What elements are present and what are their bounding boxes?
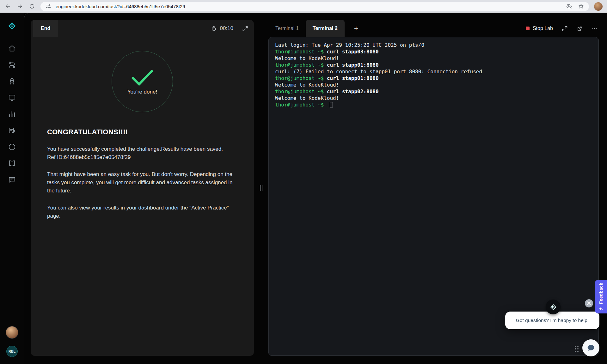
terminal-command-line: thor@jumphost ~$ curl stapp03:8080 [275, 48, 592, 55]
info-icon[interactable] [8, 143, 16, 151]
terminal-header: Terminal 1Terminal 2 + Stop Lab [268, 20, 599, 37]
browser-toolbar: engineer.kodekloud.com/task?id=64688eb5c… [0, 0, 607, 13]
kodekloud-logo[interactable] [6, 20, 18, 32]
learning-path-icon[interactable] [8, 61, 16, 69]
terminal-tab[interactable]: Terminal 2 [306, 20, 345, 37]
ref-id: Ref ID:64688eb5c1ff5e7e05478f29 [47, 154, 131, 160]
chat-close-button[interactable] [585, 299, 593, 307]
end-tab[interactable]: End [33, 20, 58, 37]
url-bar[interactable]: engineer.kodekloud.com/task?id=64688eb5c… [40, 2, 589, 11]
chat-launcher-button[interactable] [582, 339, 599, 356]
feedback-tab[interactable]: Feedback +. [595, 280, 607, 313]
home-icon[interactable] [8, 44, 16, 52]
result-paragraph-2: That might have been an easy task for yo… [47, 170, 237, 195]
widget-drag-handle[interactable] [575, 346, 579, 352]
stop-lab-button[interactable]: Stop Lab [526, 26, 553, 31]
support-chat-icon[interactable] [8, 176, 16, 184]
sidebar-nav [8, 44, 16, 184]
labs-monitor-icon[interactable] [8, 94, 16, 102]
result-body: You're done! CONGRATULATIONS!!!! You hav… [31, 37, 254, 356]
notes-icon[interactable] [8, 126, 16, 135]
terminal-output-line: Welcome to KodeKloud! [275, 55, 592, 62]
site-settings-icon[interactable] [45, 3, 52, 10]
expand-terminal-icon[interactable] [562, 26, 568, 32]
refresh-button[interactable] [28, 3, 35, 10]
result-panel: End 00:10 You're done! [31, 20, 254, 356]
terminal-output-line: Welcome to KodeKloud! [275, 82, 592, 88]
terminal-command-line: thor@jumphost ~$ curl stapp01:8080 [275, 62, 592, 68]
browser-profile-avatar[interactable] [594, 2, 603, 11]
terminal-output-line: Last login: Tue Apr 29 10:25:20 UTC 2025… [275, 42, 592, 48]
panel-resize-handle[interactable] [254, 20, 268, 356]
chat-launcher-icon [586, 343, 595, 352]
result-paragraph-3: You can also view your results in your d… [47, 204, 237, 220]
terminal-command-line: thor@jumphost ~$ [275, 101, 592, 108]
congratulations-heading: CONGRATULATIONS!!!! [47, 128, 237, 136]
timer-value: 00:10 [220, 25, 233, 32]
terminal-cursor [330, 102, 333, 107]
resize-grip-icon[interactable] [260, 185, 262, 191]
terminal-output-line: curl: (7) Failed to connect to stapp01 p… [275, 68, 592, 75]
org-badge[interactable]: RBL [6, 346, 18, 357]
terminal-command-line: thor@jumphost ~$ curl stapp02:8080 [275, 88, 592, 95]
app-sidebar: RBL [0, 13, 24, 364]
result-panel-header: End 00:10 [31, 20, 254, 37]
result-paragraph-1: You have successfully completed the chal… [47, 145, 237, 161]
terminal-actions: Stop Lab [526, 26, 599, 32]
expand-panel-icon[interactable] [242, 26, 248, 32]
terminal-output-line: Welcome to KodeKloud! [275, 95, 592, 101]
terminal-command-line: thor@jumphost ~$ curl stapp01:8080 [275, 75, 592, 82]
new-terminal-tab-button[interactable]: + [354, 25, 358, 32]
docs-book-icon[interactable] [8, 159, 16, 167]
sidebar-bottom: RBL [6, 326, 18, 357]
chat-message-text: Got questions? I'm happy to help. [516, 318, 589, 323]
user-avatar[interactable] [6, 326, 18, 339]
bookmark-star-icon[interactable] [578, 3, 585, 10]
done-label: You're done! [127, 89, 157, 95]
checkmark-icon [128, 68, 156, 88]
url-text[interactable]: engineer.kodekloud.com/task?id=64688eb5c… [56, 4, 562, 9]
rocket-icon[interactable] [8, 77, 16, 85]
task-timer: 00:10 [211, 25, 233, 32]
feedback-logo-icon: +. [599, 306, 603, 311]
stop-lab-label: Stop Lab [533, 26, 553, 31]
chat-bot-avatar [546, 300, 561, 314]
back-button[interactable] [4, 3, 11, 10]
done-circle: You're done! [112, 51, 173, 112]
stopwatch-icon [211, 26, 217, 32]
terminal-tab[interactable]: Terminal 1 [268, 20, 306, 37]
forward-button[interactable] [16, 3, 23, 10]
terminal-tabs: Terminal 1Terminal 2 [268, 20, 345, 37]
more-options-icon[interactable] [592, 26, 598, 32]
feedback-label: Feedback [598, 283, 604, 304]
eye-off-icon[interactable] [566, 3, 573, 10]
stop-square-icon [526, 27, 530, 30]
leaderboard-icon[interactable] [8, 110, 16, 118]
terminal-output: Last login: Tue Apr 29 10:25:20 UTC 2025… [275, 42, 592, 108]
open-external-icon[interactable] [577, 26, 583, 32]
